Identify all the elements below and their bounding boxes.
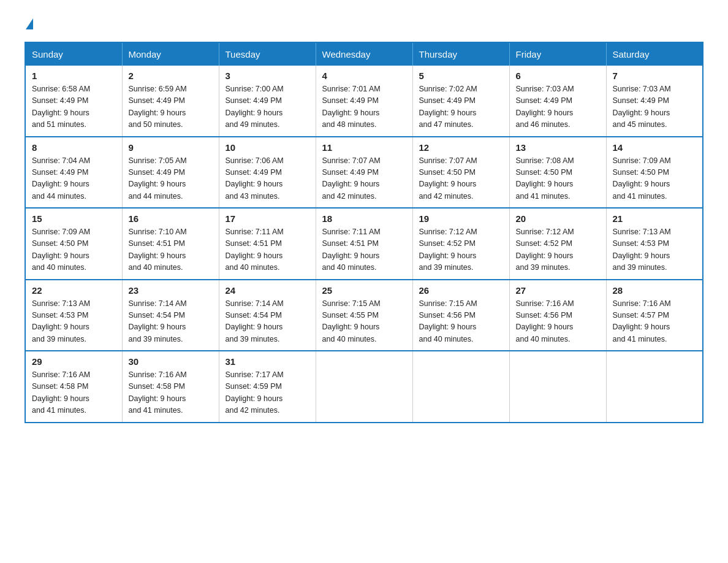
calendar-day-cell: 30 Sunrise: 7:16 AMSunset: 4:58 PMDaylig… — [122, 351, 219, 423]
day-number: 25 — [322, 285, 406, 296]
day-number: 12 — [419, 142, 503, 153]
calendar-day-cell: 8 Sunrise: 7:04 AMSunset: 4:49 PMDayligh… — [25, 137, 122, 209]
day-number: 28 — [613, 285, 697, 296]
day-number: 23 — [129, 285, 213, 296]
calendar-body: 1 Sunrise: 6:58 AMSunset: 4:49 PMDayligh… — [25, 66, 703, 423]
calendar-day-cell: 12 Sunrise: 7:07 AMSunset: 4:50 PMDaylig… — [412, 137, 509, 209]
calendar-week-row: 22 Sunrise: 7:13 AMSunset: 4:53 PMDaylig… — [25, 280, 703, 351]
day-info: Sunrise: 6:59 AMSunset: 4:49 PMDaylight:… — [129, 85, 187, 129]
day-info: Sunrise: 7:06 AMSunset: 4:49 PMDaylight:… — [226, 156, 284, 201]
calendar-week-row: 8 Sunrise: 7:04 AMSunset: 4:49 PMDayligh… — [25, 137, 703, 209]
calendar-day-cell: 28 Sunrise: 7:16 AMSunset: 4:57 PMDaylig… — [606, 280, 703, 351]
day-info: Sunrise: 7:13 AMSunset: 4:53 PMDaylight:… — [32, 299, 90, 343]
day-number: 4 — [322, 71, 406, 81]
calendar-day-cell: 25 Sunrise: 7:15 AMSunset: 4:55 PMDaylig… — [316, 280, 412, 351]
calendar-day-cell: 16 Sunrise: 7:10 AMSunset: 4:51 PMDaylig… — [122, 208, 219, 280]
calendar-day-cell: 31 Sunrise: 7:17 AMSunset: 4:59 PMDaylig… — [219, 351, 316, 423]
calendar-day-cell — [316, 351, 412, 423]
day-number: 22 — [32, 285, 116, 296]
calendar-day-cell: 13 Sunrise: 7:08 AMSunset: 4:50 PMDaylig… — [509, 137, 606, 209]
calendar-day-cell: 20 Sunrise: 7:12 AMSunset: 4:52 PMDaylig… — [509, 208, 606, 280]
day-info: Sunrise: 7:13 AMSunset: 4:53 PMDaylight:… — [613, 228, 671, 272]
calendar-header: SundayMondayTuesdayWednesdayThursdayFrid… — [25, 42, 703, 66]
day-number: 6 — [516, 71, 600, 81]
day-number: 16 — [129, 213, 213, 224]
header-row: SundayMondayTuesdayWednesdayThursdayFrid… — [25, 42, 703, 66]
calendar-day-cell: 10 Sunrise: 7:06 AMSunset: 4:49 PMDaylig… — [219, 137, 316, 209]
day-info: Sunrise: 7:08 AMSunset: 4:50 PMDaylight:… — [516, 156, 574, 201]
day-info: Sunrise: 7:16 AMSunset: 4:58 PMDaylight:… — [32, 370, 90, 415]
calendar-day-cell: 7 Sunrise: 7:03 AMSunset: 4:49 PMDayligh… — [606, 66, 703, 137]
day-number: 29 — [32, 356, 116, 367]
day-info: Sunrise: 7:11 AMSunset: 4:51 PMDaylight:… — [322, 228, 381, 272]
day-number: 24 — [226, 285, 309, 296]
calendar-day-cell: 29 Sunrise: 7:16 AMSunset: 4:58 PMDaylig… — [25, 351, 122, 423]
day-info: Sunrise: 7:05 AMSunset: 4:49 PMDaylight:… — [129, 156, 187, 201]
calendar-day-cell — [412, 351, 509, 423]
day-info: Sunrise: 7:04 AMSunset: 4:49 PMDaylight:… — [32, 156, 90, 201]
day-info: Sunrise: 7:16 AMSunset: 4:56 PMDaylight:… — [516, 299, 574, 343]
day-number: 20 — [516, 213, 600, 224]
calendar-day-cell: 19 Sunrise: 7:12 AMSunset: 4:52 PMDaylig… — [412, 208, 509, 280]
day-number: 15 — [32, 213, 116, 224]
calendar-day-cell: 11 Sunrise: 7:07 AMSunset: 4:49 PMDaylig… — [316, 137, 412, 209]
header-day-monday: Monday — [122, 42, 219, 66]
day-number: 31 — [226, 356, 309, 367]
day-number: 19 — [419, 213, 503, 224]
day-number: 1 — [32, 71, 116, 81]
calendar-day-cell: 18 Sunrise: 7:11 AMSunset: 4:51 PMDaylig… — [316, 208, 412, 280]
day-number: 14 — [613, 142, 697, 153]
day-info: Sunrise: 7:09 AMSunset: 4:50 PMDaylight:… — [32, 228, 90, 272]
day-number: 3 — [226, 71, 309, 81]
calendar-day-cell: 9 Sunrise: 7:05 AMSunset: 4:49 PMDayligh… — [122, 137, 219, 209]
day-info: Sunrise: 7:07 AMSunset: 4:49 PMDaylight:… — [322, 156, 381, 201]
day-number: 30 — [129, 356, 213, 367]
calendar-week-row: 29 Sunrise: 7:16 AMSunset: 4:58 PMDaylig… — [25, 351, 703, 423]
calendar-day-cell — [606, 351, 703, 423]
calendar-week-row: 1 Sunrise: 6:58 AMSunset: 4:49 PMDayligh… — [25, 66, 703, 137]
day-number: 2 — [129, 71, 213, 81]
day-number: 13 — [516, 142, 600, 153]
day-info: Sunrise: 7:12 AMSunset: 4:52 PMDaylight:… — [419, 228, 477, 272]
calendar-day-cell: 3 Sunrise: 7:00 AMSunset: 4:49 PMDayligh… — [219, 66, 316, 137]
day-info: Sunrise: 7:03 AMSunset: 4:49 PMDaylight:… — [613, 85, 671, 129]
calendar-day-cell: 5 Sunrise: 7:02 AMSunset: 4:49 PMDayligh… — [412, 66, 509, 137]
calendar-day-cell: 23 Sunrise: 7:14 AMSunset: 4:54 PMDaylig… — [122, 280, 219, 351]
day-number: 26 — [419, 285, 503, 296]
day-info: Sunrise: 7:15 AMSunset: 4:55 PMDaylight:… — [322, 299, 381, 343]
logo-triangle-icon — [26, 18, 33, 29]
header-day-tuesday: Tuesday — [219, 42, 316, 66]
calendar-day-cell: 4 Sunrise: 7:01 AMSunset: 4:49 PMDayligh… — [316, 66, 412, 137]
calendar-week-row: 15 Sunrise: 7:09 AMSunset: 4:50 PMDaylig… — [25, 208, 703, 280]
day-info: Sunrise: 7:14 AMSunset: 4:54 PMDaylight:… — [129, 299, 187, 343]
day-info: Sunrise: 7:16 AMSunset: 4:58 PMDaylight:… — [129, 370, 187, 415]
day-info: Sunrise: 7:12 AMSunset: 4:52 PMDaylight:… — [516, 228, 574, 272]
day-info: Sunrise: 6:58 AMSunset: 4:49 PMDaylight:… — [32, 85, 90, 129]
calendar-day-cell: 22 Sunrise: 7:13 AMSunset: 4:53 PMDaylig… — [25, 280, 122, 351]
calendar-day-cell: 17 Sunrise: 7:11 AMSunset: 4:51 PMDaylig… — [219, 208, 316, 280]
day-info: Sunrise: 7:16 AMSunset: 4:57 PMDaylight:… — [613, 299, 671, 343]
header-day-sunday: Sunday — [25, 42, 122, 66]
calendar-day-cell: 2 Sunrise: 6:59 AMSunset: 4:49 PMDayligh… — [122, 66, 219, 137]
calendar-day-cell: 24 Sunrise: 7:14 AMSunset: 4:54 PMDaylig… — [219, 280, 316, 351]
day-number: 27 — [516, 285, 600, 296]
logo — [25, 18, 33, 29]
day-info: Sunrise: 7:00 AMSunset: 4:49 PMDaylight:… — [226, 85, 284, 129]
day-number: 5 — [419, 71, 503, 81]
day-info: Sunrise: 7:11 AMSunset: 4:51 PMDaylight:… — [226, 228, 284, 272]
day-info: Sunrise: 7:07 AMSunset: 4:50 PMDaylight:… — [419, 156, 477, 201]
calendar-day-cell — [509, 351, 606, 423]
page-header — [25, 18, 703, 29]
calendar-day-cell: 21 Sunrise: 7:13 AMSunset: 4:53 PMDaylig… — [606, 208, 703, 280]
calendar-day-cell: 27 Sunrise: 7:16 AMSunset: 4:56 PMDaylig… — [509, 280, 606, 351]
day-number: 9 — [129, 142, 213, 153]
calendar-day-cell: 15 Sunrise: 7:09 AMSunset: 4:50 PMDaylig… — [25, 208, 122, 280]
day-number: 8 — [32, 142, 116, 153]
header-day-friday: Friday — [509, 42, 606, 66]
day-number: 10 — [226, 142, 309, 153]
day-number: 7 — [613, 71, 697, 81]
header-day-saturday: Saturday — [606, 42, 703, 66]
day-info: Sunrise: 7:10 AMSunset: 4:51 PMDaylight:… — [129, 228, 187, 272]
calendar-table: SundayMondayTuesdayWednesdayThursdayFrid… — [25, 42, 703, 423]
calendar-day-cell: 14 Sunrise: 7:09 AMSunset: 4:50 PMDaylig… — [606, 137, 703, 209]
